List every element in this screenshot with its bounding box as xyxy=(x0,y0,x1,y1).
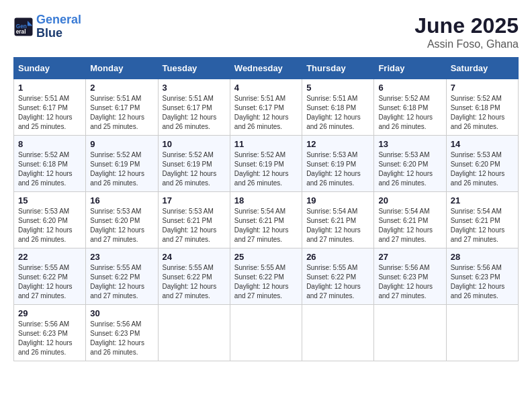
logo-icon: Gen eral xyxy=(13,17,34,37)
day-number: 27 xyxy=(378,252,441,262)
calendar-cell: 14 Sunrise: 5:53 AM Sunset: 6:20 PM Dayl… xyxy=(446,136,518,192)
calendar-cell: 27 Sunrise: 5:56 AM Sunset: 6:23 PM Dayl… xyxy=(374,248,446,305)
calendar-table: Sunday Monday Tuesday Wednesday Thursday… xyxy=(13,57,519,361)
calendar-cell: 5 Sunrise: 5:51 AM Sunset: 6:18 PM Dayli… xyxy=(302,79,374,136)
day-number: 28 xyxy=(451,252,514,262)
day-number: 20 xyxy=(378,195,441,205)
day-number: 11 xyxy=(234,139,298,149)
logo-line1: General xyxy=(36,13,81,26)
empty-cell xyxy=(230,305,302,361)
day-number: 9 xyxy=(90,139,153,149)
empty-cell xyxy=(374,305,446,361)
day-number: 16 xyxy=(90,195,153,205)
calendar-row: 15 Sunrise: 5:53 AM Sunset: 6:20 PM Dayl… xyxy=(14,192,519,248)
empty-cell xyxy=(302,305,374,361)
calendar-cell: 7 Sunrise: 5:52 AM Sunset: 6:18 PM Dayli… xyxy=(446,79,518,136)
day-info: Sunrise: 5:51 AM Sunset: 6:17 PM Dayligh… xyxy=(234,94,298,132)
calendar-cell: 16 Sunrise: 5:53 AM Sunset: 6:20 PM Dayl… xyxy=(86,192,158,248)
day-info: Sunrise: 5:55 AM Sunset: 6:22 PM Dayligh… xyxy=(90,263,153,301)
calendar-cell: 23 Sunrise: 5:55 AM Sunset: 6:22 PM Dayl… xyxy=(86,248,158,305)
day-number: 4 xyxy=(234,83,298,93)
day-info: Sunrise: 5:52 AM Sunset: 6:18 PM Dayligh… xyxy=(18,150,81,188)
calendar-cell: 18 Sunrise: 5:54 AM Sunset: 6:21 PM Dayl… xyxy=(230,192,302,248)
day-info: Sunrise: 5:52 AM Sunset: 6:19 PM Dayligh… xyxy=(90,150,153,188)
header-thursday: Thursday xyxy=(302,58,374,79)
calendar-cell: 4 Sunrise: 5:51 AM Sunset: 6:17 PM Dayli… xyxy=(230,79,302,136)
calendar-cell: 10 Sunrise: 5:52 AM Sunset: 6:19 PM Dayl… xyxy=(158,136,230,192)
calendar-row: 29 Sunrise: 5:56 AM Sunset: 6:23 PM Dayl… xyxy=(14,305,519,361)
calendar-cell: 8 Sunrise: 5:52 AM Sunset: 6:18 PM Dayli… xyxy=(14,136,86,192)
header-friday: Friday xyxy=(374,58,446,79)
calendar-row: 1 Sunrise: 5:51 AM Sunset: 6:17 PM Dayli… xyxy=(14,79,519,136)
calendar-cell: 3 Sunrise: 5:51 AM Sunset: 6:17 PM Dayli… xyxy=(158,79,230,136)
day-info: Sunrise: 5:53 AM Sunset: 6:20 PM Dayligh… xyxy=(451,150,514,188)
header-sunday: Sunday xyxy=(14,58,86,79)
day-info: Sunrise: 5:56 AM Sunset: 6:23 PM Dayligh… xyxy=(451,263,514,301)
day-info: Sunrise: 5:51 AM Sunset: 6:17 PM Dayligh… xyxy=(90,94,153,132)
calendar-row: 8 Sunrise: 5:52 AM Sunset: 6:18 PM Dayli… xyxy=(14,136,519,192)
day-number: 18 xyxy=(234,195,298,205)
day-info: Sunrise: 5:53 AM Sunset: 6:20 PM Dayligh… xyxy=(378,150,441,188)
calendar-cell: 22 Sunrise: 5:55 AM Sunset: 6:22 PM Dayl… xyxy=(14,248,86,305)
day-info: Sunrise: 5:54 AM Sunset: 6:21 PM Dayligh… xyxy=(451,207,514,244)
day-number: 3 xyxy=(163,83,226,93)
day-number: 26 xyxy=(306,252,369,262)
day-info: Sunrise: 5:52 AM Sunset: 6:19 PM Dayligh… xyxy=(163,150,226,188)
day-info: Sunrise: 5:53 AM Sunset: 6:19 PM Dayligh… xyxy=(306,150,369,188)
day-number: 15 xyxy=(18,195,81,205)
day-number: 12 xyxy=(306,139,369,149)
day-number: 24 xyxy=(163,252,226,262)
calendar-cell: 13 Sunrise: 5:53 AM Sunset: 6:20 PM Dayl… xyxy=(374,136,446,192)
day-number: 8 xyxy=(18,139,81,149)
day-info: Sunrise: 5:53 AM Sunset: 6:20 PM Dayligh… xyxy=(90,207,153,244)
day-info: Sunrise: 5:54 AM Sunset: 6:21 PM Dayligh… xyxy=(378,207,441,244)
calendar-cell: 29 Sunrise: 5:56 AM Sunset: 6:23 PM Dayl… xyxy=(14,305,86,361)
day-info: Sunrise: 5:55 AM Sunset: 6:22 PM Dayligh… xyxy=(18,263,81,301)
day-number: 30 xyxy=(90,308,153,318)
calendar-cell: 17 Sunrise: 5:53 AM Sunset: 6:21 PM Dayl… xyxy=(158,192,230,248)
day-number: 22 xyxy=(18,252,81,262)
day-info: Sunrise: 5:52 AM Sunset: 6:18 PM Dayligh… xyxy=(451,94,514,132)
header-saturday: Saturday xyxy=(446,58,518,79)
day-number: 19 xyxy=(306,195,369,205)
calendar-cell: 28 Sunrise: 5:56 AM Sunset: 6:23 PM Dayl… xyxy=(446,248,518,305)
calendar-cell: 6 Sunrise: 5:52 AM Sunset: 6:18 PM Dayli… xyxy=(374,79,446,136)
location-title: Assin Foso, Ghana xyxy=(414,38,519,50)
day-number: 5 xyxy=(306,83,369,93)
day-info: Sunrise: 5:56 AM Sunset: 6:23 PM Dayligh… xyxy=(90,320,153,357)
day-info: Sunrise: 5:56 AM Sunset: 6:23 PM Dayligh… xyxy=(378,263,441,301)
day-info: Sunrise: 5:56 AM Sunset: 6:23 PM Dayligh… xyxy=(18,320,81,357)
day-info: Sunrise: 5:53 AM Sunset: 6:21 PM Dayligh… xyxy=(163,207,226,244)
calendar-cell: 1 Sunrise: 5:51 AM Sunset: 6:17 PM Dayli… xyxy=(14,79,86,136)
calendar-cell: 24 Sunrise: 5:55 AM Sunset: 6:22 PM Dayl… xyxy=(158,248,230,305)
logo: Gen eral General Blue xyxy=(13,13,81,40)
day-info: Sunrise: 5:53 AM Sunset: 6:20 PM Dayligh… xyxy=(18,207,81,244)
day-number: 29 xyxy=(18,308,81,318)
title-area: June 2025 Assin Foso, Ghana xyxy=(414,13,519,50)
day-info: Sunrise: 5:54 AM Sunset: 6:21 PM Dayligh… xyxy=(306,207,369,244)
calendar-row: 22 Sunrise: 5:55 AM Sunset: 6:22 PM Dayl… xyxy=(14,248,519,305)
calendar-cell: 25 Sunrise: 5:55 AM Sunset: 6:22 PM Dayl… xyxy=(230,248,302,305)
calendar-cell: 26 Sunrise: 5:55 AM Sunset: 6:22 PM Dayl… xyxy=(302,248,374,305)
day-info: Sunrise: 5:52 AM Sunset: 6:19 PM Dayligh… xyxy=(234,150,298,188)
day-info: Sunrise: 5:55 AM Sunset: 6:22 PM Dayligh… xyxy=(234,263,298,301)
calendar-cell: 12 Sunrise: 5:53 AM Sunset: 6:19 PM Dayl… xyxy=(302,136,374,192)
header-tuesday: Tuesday xyxy=(158,58,230,79)
day-number: 7 xyxy=(451,83,514,93)
calendar-cell: 15 Sunrise: 5:53 AM Sunset: 6:20 PM Dayl… xyxy=(14,192,86,248)
svg-text:eral: eral xyxy=(16,29,26,35)
day-info: Sunrise: 5:51 AM Sunset: 6:17 PM Dayligh… xyxy=(18,94,81,132)
calendar-cell: 19 Sunrise: 5:54 AM Sunset: 6:21 PM Dayl… xyxy=(302,192,374,248)
page-header: Gen eral General Blue June 2025 Assin Fo… xyxy=(13,13,519,50)
day-number: 10 xyxy=(163,139,226,149)
month-title: June 2025 xyxy=(414,13,519,38)
day-info: Sunrise: 5:52 AM Sunset: 6:18 PM Dayligh… xyxy=(378,94,441,132)
calendar-cell: 11 Sunrise: 5:52 AM Sunset: 6:19 PM Dayl… xyxy=(230,136,302,192)
empty-cell xyxy=(446,305,518,361)
calendar-cell: 2 Sunrise: 5:51 AM Sunset: 6:17 PM Dayli… xyxy=(86,79,158,136)
day-number: 6 xyxy=(378,83,441,93)
day-number: 14 xyxy=(451,139,514,149)
day-info: Sunrise: 5:51 AM Sunset: 6:17 PM Dayligh… xyxy=(163,94,226,132)
day-info: Sunrise: 5:51 AM Sunset: 6:18 PM Dayligh… xyxy=(306,94,369,132)
header-monday: Monday xyxy=(86,58,158,79)
